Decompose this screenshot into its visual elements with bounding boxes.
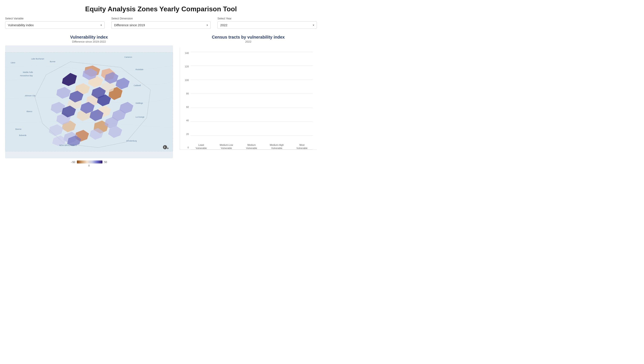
chart-subtitle: 2022: [245, 40, 251, 43]
page-title: Equity Analysis Zones Yearly Comparison …: [0, 0, 322, 17]
y-tick-40: 40: [180, 119, 190, 122]
bar-label-least-line1: Least: [198, 144, 204, 146]
svg-text:NEW BRAUNFELS: NEW BRAUNFELS: [59, 144, 77, 146]
svg-text:Marble Falls: Marble Falls: [23, 71, 33, 73]
bar-label-most: Most Vulnerable: [296, 143, 308, 150]
legend-max-label: 50: [104, 161, 107, 164]
bar-group-least: Least Vulnerable: [190, 142, 212, 150]
map-svg: Lake Buchanan Llano Burnet Cameron Marbl…: [5, 45, 173, 158]
legend-gradient: [77, 160, 102, 163]
dimension-control: Select Dimension Difference since 2019 A…: [112, 17, 211, 29]
svg-text:Rockdale: Rockdale: [136, 68, 144, 71]
controls-bar: Select Variable Vulnerability index Econ…: [0, 17, 322, 33]
svg-text:Giddings: Giddings: [136, 102, 143, 104]
bar-label-least: Least Vulnerable: [196, 143, 207, 150]
bar-label-medium: Medium Vulnerable: [246, 143, 257, 150]
map-legend: −50 50: [71, 160, 107, 164]
bar-group-medium-low: Medium-Low Vulnerable: [216, 142, 237, 150]
bar-label-medium-low-line1: Medium-Low: [220, 144, 233, 146]
bar-group-medium-high: Medium-High Vulnerable: [266, 142, 287, 150]
chart-area: 0 20 40 60 80 100 120 140: [180, 48, 317, 150]
svg-text:Caldwell: Caldwell: [134, 84, 141, 87]
map-subtitle: Difference since 2019-2022: [72, 40, 106, 43]
bars-container: Least Vulnerable Medium-Low Vulnerable: [190, 52, 313, 150]
svg-text:Bulverde: Bulverde: [19, 134, 26, 136]
bar-label-most-line1: Most: [300, 144, 304, 146]
bar-label-medium-low: Medium-Low Vulnerable: [220, 143, 233, 150]
bar-group-medium: Medium Vulnerable: [241, 142, 262, 150]
y-tick-0: 0: [180, 146, 190, 149]
bar-label-medium-line1: Medium: [248, 144, 256, 146]
year-label: Select Year: [218, 17, 317, 20]
y-tick-100: 100: [180, 79, 190, 81]
svg-text:Schulenburg: Schulenburg: [126, 140, 137, 142]
y-tick-140: 140: [180, 52, 190, 54]
dimension-select-wrapper[interactable]: Difference since 2019 Absolute value Per…: [112, 21, 211, 29]
svg-text:Blanco: Blanco: [26, 110, 32, 113]
chart-section: Census tracts by vulnerability index 202…: [180, 35, 317, 167]
variable-label: Select Variable: [5, 17, 104, 20]
svg-text:Boerne: Boerne: [15, 128, 21, 130]
year-control: Select Year 2019 2020 2021 2022 ▾: [218, 17, 317, 29]
y-tick-60: 60: [180, 106, 190, 108]
svg-text:La Grange: La Grange: [136, 116, 144, 118]
y-tick-80: 80: [180, 92, 190, 95]
bar-label-medium-high-line1: Medium-High: [270, 144, 284, 146]
y-axis: 0 20 40 60 80 100 120 140: [180, 48, 190, 150]
bar-label-medium-high-line2: Vulnerable: [271, 147, 282, 149]
y-tick-20: 20: [180, 133, 190, 135]
bar-label-least-line2: Vulnerable: [196, 147, 207, 149]
year-select-wrapper[interactable]: 2019 2020 2021 2022 ▾: [218, 21, 317, 29]
bar-group-most: Most Vulnerable: [291, 142, 313, 150]
svg-text:Cameron: Cameron: [124, 56, 132, 58]
variable-select[interactable]: Vulnerability index Economic index Housi…: [5, 22, 104, 29]
bar-chart: 0 20 40 60 80 100 120 140: [180, 48, 317, 150]
legend-min-label: −50: [71, 161, 75, 164]
map-container: Lake Buchanan Llano Burnet Cameron Marbl…: [5, 45, 173, 158]
bar-label-medium-line2: Vulnerable: [246, 147, 257, 149]
legend-mid-labels: 0: [88, 164, 90, 167]
variable-select-wrapper[interactable]: Vulnerability index Economic index Housi…: [5, 21, 104, 29]
bar-label-medium-high: Medium-High Vulnerable: [270, 143, 284, 150]
variable-control: Select Variable Vulnerability index Econ…: [5, 17, 104, 29]
bar-label-most-line2: Vulnerable: [296, 147, 308, 149]
svg-text:Horseshoe Bay: Horseshoe Bay: [20, 75, 33, 77]
legend-mid-label: 0: [88, 164, 90, 167]
bar-label-medium-low-line2: Vulnerable: [221, 147, 232, 149]
year-select[interactable]: 2019 2020 2021 2022: [218, 22, 317, 29]
svg-text:Burnet: Burnet: [50, 61, 55, 63]
svg-text:Lake Buchanan: Lake Buchanan: [31, 58, 44, 60]
svg-text:Johnson City: Johnson City: [25, 95, 36, 97]
dimension-select[interactable]: Difference since 2019 Absolute value Per…: [112, 22, 210, 29]
y-tick-120: 120: [180, 65, 190, 68]
chart-title: Census tracts by vulnerability index: [212, 35, 285, 40]
map-title: Vulnerability index: [70, 35, 108, 40]
dimension-label: Select Dimension: [112, 17, 211, 20]
svg-text:Llano: Llano: [11, 62, 15, 64]
map-section: Vulnerability index Difference since 201…: [5, 35, 173, 167]
svg-point-56: [167, 147, 168, 149]
main-content: Vulnerability index Difference since 201…: [0, 33, 322, 169]
